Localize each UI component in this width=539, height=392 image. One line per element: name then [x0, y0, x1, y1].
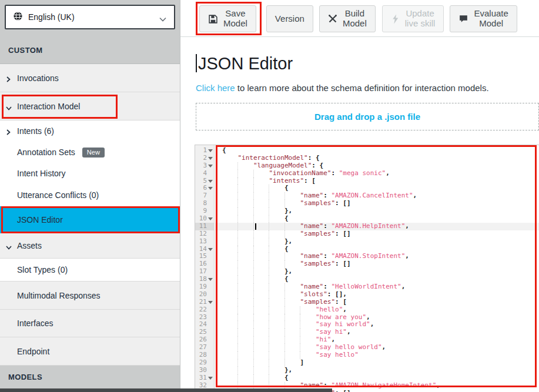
gutter-line: 4: [195, 170, 214, 177]
sidebar-item-intents[interactable]: Intents (6): [0, 120, 180, 142]
code-text: {: [215, 275, 289, 283]
fold-arrow-icon[interactable]: [208, 217, 213, 220]
build-icon: [328, 14, 337, 24]
line-number: 29: [195, 359, 214, 367]
fold-arrow-icon[interactable]: [208, 377, 213, 380]
sidebar-item-label: Annotation Sets: [17, 148, 75, 157]
schema-description: Click here to learn more about the schem…: [196, 83, 489, 93]
bottom-edge-bar: [0, 388, 332, 392]
sidebar-item-invocations[interactable]: Invocations: [0, 64, 180, 92]
fold-arrow-icon[interactable]: [208, 180, 213, 183]
code-text: {: [215, 374, 289, 381]
fold-arrow-icon[interactable]: [208, 278, 213, 281]
line-number: 22: [195, 306, 214, 314]
code-text: "name": "AMAZON.NavigateHomeIntent",: [215, 381, 440, 389]
version-button[interactable]: Version: [266, 5, 313, 32]
sidebar-item-label: Multimodal Responses: [17, 291, 101, 300]
language-selector[interactable]: English (UK): [5, 5, 175, 29]
editor-code-area[interactable]: { "interactionModel": { "languageModel":…: [215, 145, 539, 392]
fold-arrow-icon[interactable]: [208, 301, 213, 304]
code-text: {: [215, 245, 289, 253]
evaluate-model-button[interactable]: EvaluateModel: [450, 5, 517, 32]
sidebar-item-annotation-sets[interactable]: Annotation SetsNew: [0, 142, 180, 163]
code-text: "hello",: [215, 306, 347, 313]
editor-gutter[interactable]: 1234567891011121314151617181920212223242…: [195, 145, 215, 392]
code-text: "intents": [: [215, 177, 316, 185]
sidebar-item-label: JSON Editor: [17, 215, 63, 225]
sidebar-item-models: MODELS: [0, 366, 180, 388]
toolbar: SaveModelVersionBuildModelUpdatelive ski…: [180, 0, 539, 37]
gutter-line: 12: [195, 230, 214, 238]
gutter-line: 11: [195, 223, 214, 230]
fold-arrow-icon[interactable]: [208, 165, 213, 167]
json-dropzone[interactable]: Drag and drop a .json file: [196, 103, 539, 130]
chevron-right-icon[interactable]: [5, 75, 11, 85]
sidebar-item-label: Endpoint: [17, 347, 49, 356]
sidebar-item-json-editor[interactable]: JSON Editor: [0, 206, 180, 233]
sidebar-item-intent-history[interactable]: Intent History: [0, 163, 180, 184]
code-text: "samples": []: [215, 230, 351, 237]
gutter-line: 3: [195, 162, 214, 170]
sidebar-item-label: Intents (6): [17, 126, 54, 136]
gutter-line: 28: [195, 351, 214, 359]
code-text: "name": "AMAZON.StopIntent",: [215, 252, 409, 260]
sidebar-item-label: Interaction Model: [17, 102, 80, 111]
button-label: EvaluateModel: [474, 9, 508, 29]
save-model-button[interactable]: SaveModel: [199, 5, 256, 32]
build-model-button[interactable]: BuildModel: [319, 5, 376, 32]
code-text: "samples": []: [215, 260, 351, 267]
gutter-line: 20: [195, 291, 214, 299]
sidebar-item-label: MODELS: [8, 373, 42, 381]
sidebar-item-slot-types[interactable]: Slot Types (0): [0, 259, 180, 282]
json-code-editor[interactable]: 1234567891011121314151617181920212223242…: [195, 145, 539, 392]
sidebar-item-custom: CUSTOM: [0, 36, 180, 64]
code-text: {: [215, 215, 289, 222]
fold-arrow-icon[interactable]: [208, 248, 213, 251]
new-badge: New: [82, 148, 105, 158]
language-selector-area: English (UK): [0, 0, 180, 36]
lightning-icon: [391, 14, 400, 24]
gutter-line: 29: [195, 359, 214, 367]
sidebar-item-multimodal-responses[interactable]: Multimodal Responses: [0, 282, 180, 310]
sidebar-item-label: Slot Types (0): [17, 265, 68, 274]
dropzone-label: Drag and drop a .json file: [314, 112, 420, 122]
click-here-link[interactable]: Click here: [196, 83, 235, 93]
fold-arrow-icon[interactable]: [208, 157, 213, 160]
line-number: 20: [195, 291, 214, 299]
chevron-down-icon[interactable]: [5, 103, 12, 113]
gutter-line: 2: [195, 155, 214, 162]
text-caret: [196, 54, 197, 72]
page-title: JSON Editor: [196, 54, 293, 73]
chevron-right-icon[interactable]: [5, 128, 11, 138]
gutter-line: 10: [195, 215, 214, 223]
sidebar-item-endpoint[interactable]: Endpoint: [0, 337, 180, 366]
button-label: Updatelive skill: [405, 9, 436, 29]
description-text: to learn more about the schema definitio…: [235, 83, 489, 93]
code-text: "samples": []: [215, 199, 351, 207]
chevron-down-icon[interactable]: [5, 243, 12, 252]
sidebar-item-label: Assets: [17, 241, 42, 250]
line-number: 30: [195, 367, 214, 374]
fold-arrow-icon[interactable]: [208, 149, 213, 152]
sidebar-item-interfaces[interactable]: Interfaces: [0, 310, 180, 337]
line-number: 11: [195, 223, 214, 230]
code-text: "invocationName": "mega sonic",: [215, 169, 390, 177]
code-text: "say hi",: [215, 328, 351, 336]
sidebar-item-interaction-model[interactable]: Interaction Model: [0, 92, 180, 120]
globe-icon: [13, 11, 23, 24]
language-label: English (UK): [28, 12, 75, 22]
save-icon: [208, 14, 218, 24]
fold-arrow-icon[interactable]: [208, 187, 213, 190]
update-live-skill-button[interactable]: Updatelive skill: [382, 5, 444, 32]
code-text: "languageModel": {: [215, 162, 323, 169]
line-number: 19: [195, 283, 214, 291]
sidebar-item-assets[interactable]: Assets: [0, 233, 180, 259]
sidebar-item-label: Interfaces: [17, 319, 53, 328]
sidebar-item-label: Intent History: [17, 169, 65, 178]
code-text: "interactionModel": {: [215, 154, 320, 162]
line-number: 4: [195, 170, 214, 177]
gutter-line: 22: [195, 306, 214, 314]
code-text: "name": "AMAZON.HelpIntent",: [215, 222, 409, 230]
sidebar-nav: CUSTOMInvocationsInteraction ModelIntent…: [0, 36, 180, 388]
sidebar-item-utterance-conflicts[interactable]: Utterance Conflicts (0): [0, 184, 180, 206]
